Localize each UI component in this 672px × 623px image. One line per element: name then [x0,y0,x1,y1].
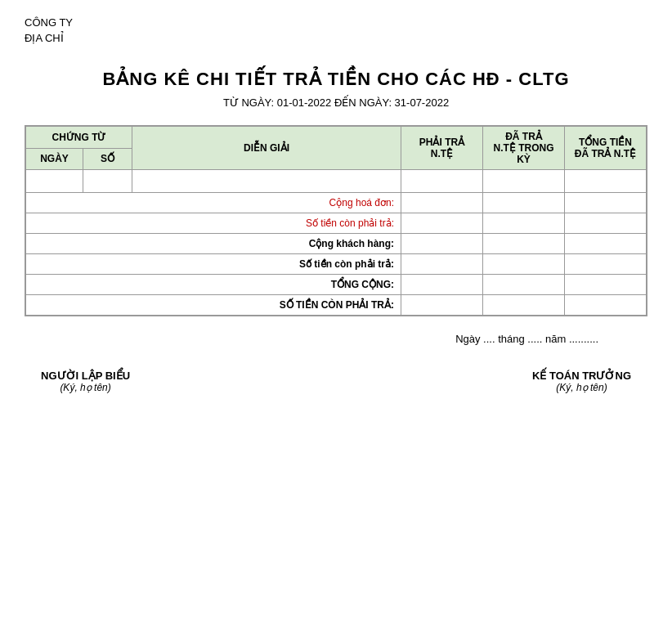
left-sub: (Ký, họ tên) [41,382,130,393]
so-tien-con-label-2: Số tiền còn phải trả: [26,254,401,275]
so-tien-con-1-phai-tra [401,213,483,234]
so-tien-con-1-da-tra [483,213,565,234]
footer-right: KẾ TOÁN TRƯỞNG (Ký, họ tên) [532,370,631,393]
header-group-row: CHỨNG TỪ DIỄN GIẢI PHẢI TRẢ N.TỆ ĐÃ TRẢ … [26,127,647,149]
tong-cong-phai-tra [401,275,483,295]
summary-row-3: Cộng khách hàng: [26,234,647,254]
cong-hoa-don-da-tra [483,193,565,213]
cong-hoa-don-phai-tra [401,193,483,213]
summary-row-1: Cộng hoá đơn: [26,193,647,213]
company-name: CÔNG TY [25,16,647,29]
header-dien-giai: DIỄN GIẢI [132,127,401,170]
main-table-wrapper: CHỨNG TỪ DIỄN GIẢI PHẢI TRẢ N.TỆ ĐÃ TRẢ … [25,125,647,316]
cell-tong-tien [565,170,647,193]
cong-khach-hang-phai-tra [401,234,483,254]
header-ngay: NGÀY [26,148,83,170]
table-row [26,170,647,193]
cell-so [83,170,132,193]
header-phai-tra: PHẢI TRẢ N.TỆ [401,127,483,170]
so-tien-con-final-row: SỐ TIỀN CÒN PHẢI TRẢ: [26,295,647,316]
header-chung-tu: CHỨNG TỪ [26,127,132,149]
header-tong-tien: TỔNG TIỀN ĐÃ TRẢ N.TỆ [565,127,647,170]
cong-hoa-don-label: Cộng hoá đơn: [26,193,401,213]
so-tien-con-final-phai-tra [401,295,483,316]
company-address: ĐỊA CHỈ [25,32,647,44]
tong-cong-row: TỔNG CỘNG: [26,275,647,295]
summary-row-4: Số tiền còn phải trả: [26,254,647,275]
cong-khach-hang-label: Cộng khách hàng: [26,234,401,254]
summary-row-2: Số tiền còn phải trả: [26,213,647,234]
cong-khach-hang-da-tra [483,234,565,254]
cell-da-tra [483,170,565,193]
tong-cong-label: TỔNG CỘNG: [26,275,401,295]
cong-hoa-don-tong [565,193,647,213]
footer-section: NGƯỜI LẬP BIỂU (Ký, họ tên) KẾ TOÁN TRƯỞ… [25,370,647,393]
so-tien-con-2-da-tra [483,254,565,275]
right-sub: (Ký, họ tên) [532,382,631,393]
cell-ngay [26,170,83,193]
so-tien-con-2-phai-tra [401,254,483,275]
so-tien-con-1-tong [565,213,647,234]
cell-phai-tra [401,170,483,193]
tong-cong-tong [565,275,647,295]
header-da-tra: ĐÃ TRẢ N.TỆ TRONG KỲ [483,127,565,170]
footer-left: NGƯỜI LẬP BIỂU (Ký, họ tên) [41,370,130,393]
main-table: CHỨNG TỪ DIỄN GIẢI PHẢI TRẢ N.TỆ ĐÃ TRẢ … [25,126,647,316]
footer-date: Ngày .... tháng ..... năm .......... [25,333,647,345]
header-so: SỐ [83,148,132,170]
so-tien-con-final-label: SỐ TIỀN CÒN PHẢI TRẢ: [26,295,401,316]
right-role: KẾ TOÁN TRƯỞNG [532,370,631,382]
so-tien-con-final-tong [565,295,647,316]
date-range: TỪ NGÀY: 01-01-2022 ĐẾN NGÀY: 31-07-2022 [25,96,647,109]
tong-cong-da-tra [483,275,565,295]
left-role: NGƯỜI LẬP BIỂU [41,370,130,382]
so-tien-con-2-tong [565,254,647,275]
cong-khach-hang-tong [565,234,647,254]
so-tien-con-label-1: Số tiền còn phải trả: [26,213,401,234]
page-title: BẢNG KÊ CHI TIẾT TRẢ TIỀN CHO CÁC HĐ - C… [25,69,647,90]
so-tien-con-final-da-tra [483,295,565,316]
cell-dien-giai [132,170,401,193]
